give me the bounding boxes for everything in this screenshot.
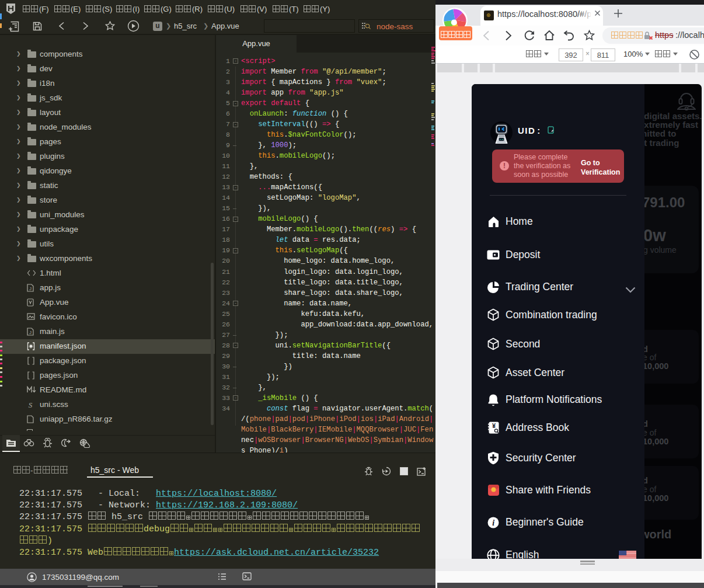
svg-text:J: J	[29, 286, 32, 291]
svg-text:S: S	[29, 401, 33, 409]
svg-text:J: J	[29, 330, 32, 335]
svg-text:i: i	[492, 519, 494, 527]
svg-text:¥: ¥	[492, 422, 496, 429]
